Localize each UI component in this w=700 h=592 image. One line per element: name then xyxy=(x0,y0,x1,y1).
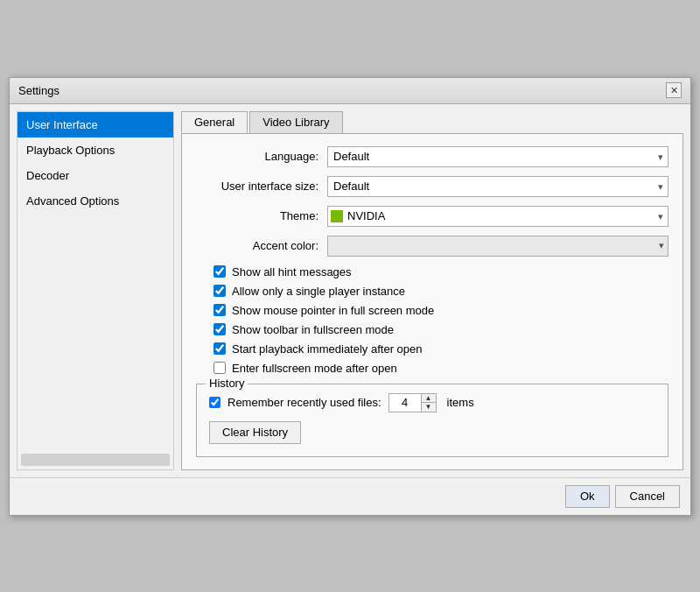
checkbox-show-hints: Show all hint messages xyxy=(214,265,668,278)
tab-content-general: Language: Default User interface size: xyxy=(181,133,683,470)
checkbox-show-hints-label[interactable]: Show all hint messages xyxy=(232,265,352,278)
theme-select-wrapper: NVIDIA xyxy=(327,206,668,227)
checkbox-start-playback-input[interactable] xyxy=(214,342,226,355)
theme-select[interactable]: NVIDIA xyxy=(327,206,668,227)
accent-color-box[interactable]: ▾ xyxy=(327,236,668,257)
remember-files-checkbox[interactable] xyxy=(209,397,220,408)
sidebar-item-playback-options[interactable]: Playback Options xyxy=(18,137,173,163)
sidebar-scrollbar[interactable] xyxy=(21,454,170,466)
ok-button[interactable]: Ok xyxy=(565,485,610,508)
checkbox-enter-fullscreen: Enter fullscreen mode after open xyxy=(214,362,668,375)
checkbox-start-playback: Start playback immediately after open xyxy=(214,342,668,356)
file-count-spinner: ▲ ▼ xyxy=(388,393,437,412)
sidebar-item-advanced-options[interactable]: Advanced Options xyxy=(18,188,173,214)
language-select-wrapper: Default xyxy=(327,146,668,167)
checkbox-show-mouse-input[interactable] xyxy=(214,304,226,316)
sidebar-spacer xyxy=(18,214,173,450)
ui-size-select[interactable]: Default xyxy=(327,176,668,197)
clear-history-button[interactable]: Clear History xyxy=(209,421,301,444)
checkbox-show-mouse-label[interactable]: Show mouse pointer in full screen mode xyxy=(232,304,434,317)
accent-color-row: Accent color: ▾ xyxy=(196,236,668,257)
accent-color-control: ▾ xyxy=(327,236,668,257)
items-label: items xyxy=(447,396,474,409)
checkbox-single-player-input[interactable] xyxy=(214,285,226,297)
language-control: Default xyxy=(327,146,668,167)
checkbox-enter-fullscreen-input[interactable] xyxy=(214,362,226,374)
spinner-down-button[interactable]: ▼ xyxy=(422,403,436,412)
sidebar-item-user-interface[interactable]: User Interface xyxy=(18,112,173,137)
checkbox-show-toolbar-label[interactable]: Show toolbar in fullscreen mode xyxy=(232,323,394,336)
ui-size-label: User interface size: xyxy=(196,180,327,193)
accent-color-label: Accent color: xyxy=(196,239,327,252)
main-panel: General Video Library Language: Default xyxy=(181,111,683,470)
history-legend: History xyxy=(206,377,248,390)
tab-video-library[interactable]: Video Library xyxy=(249,111,342,133)
tab-bar: General Video Library xyxy=(181,111,683,133)
checkbox-show-toolbar: Show toolbar in fullscreen mode xyxy=(214,323,668,336)
theme-label: Theme: xyxy=(196,209,327,222)
checkbox-start-playback-label[interactable]: Start playback immediately after open xyxy=(232,342,423,356)
ui-size-row: User interface size: Default xyxy=(196,176,668,197)
footer: Ok Cancel xyxy=(10,477,690,515)
history-row: Remember recently used files: ▲ ▼ items xyxy=(209,393,655,412)
language-row: Language: Default xyxy=(196,146,668,167)
language-label: Language: xyxy=(196,150,327,163)
theme-row: Theme: NVIDIA xyxy=(196,206,668,227)
sidebar-item-decoder[interactable]: Decoder xyxy=(18,163,173,188)
checkbox-enter-fullscreen-label[interactable]: Enter fullscreen mode after open xyxy=(232,362,397,375)
spinner-up-button[interactable]: ▲ xyxy=(422,394,436,404)
file-count-input[interactable] xyxy=(389,394,421,412)
tab-general[interactable]: General xyxy=(181,111,248,133)
checkbox-show-hints-input[interactable] xyxy=(214,265,226,278)
history-group: History Remember recently used files: ▲ … xyxy=(196,384,668,457)
cancel-button[interactable]: Cancel xyxy=(615,485,680,508)
checkbox-single-player-label[interactable]: Allow only a single player instance xyxy=(232,285,405,298)
window-title: Settings xyxy=(18,84,60,97)
close-button[interactable]: ✕ xyxy=(666,82,682,98)
ui-size-control: Default xyxy=(327,176,668,197)
checkbox-single-player: Allow only a single player instance xyxy=(214,285,668,298)
checkbox-show-mouse: Show mouse pointer in full screen mode xyxy=(214,304,668,317)
language-select[interactable]: Default xyxy=(327,146,668,167)
spinner-buttons: ▲ ▼ xyxy=(421,394,436,412)
theme-control: NVIDIA xyxy=(327,206,668,227)
ui-size-select-wrapper: Default xyxy=(327,176,668,197)
checkbox-show-toolbar-input[interactable] xyxy=(214,323,226,335)
remember-files-label[interactable]: Remember recently used files: xyxy=(228,396,382,409)
sidebar: User Interface Playback Options Decoder … xyxy=(17,111,174,470)
accent-dropdown-arrow-icon: ▾ xyxy=(659,240,664,251)
